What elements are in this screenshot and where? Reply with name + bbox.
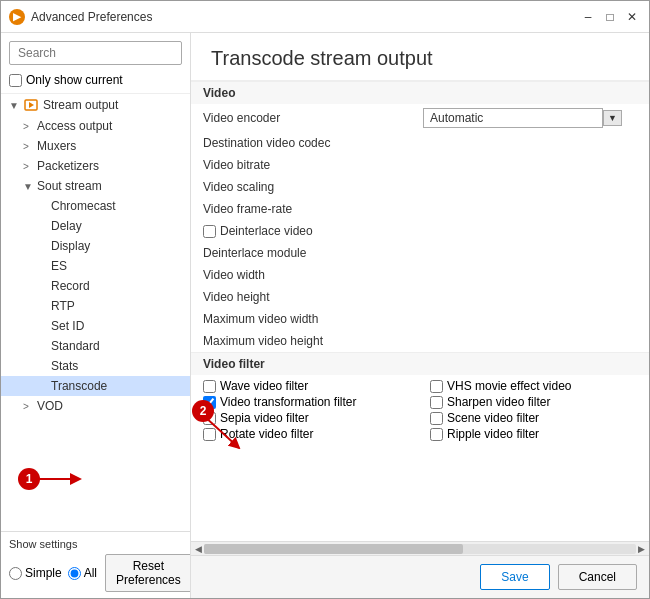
stats-label: Stats <box>51 359 78 373</box>
sidebar-item-vod[interactable]: > VOD <box>1 396 190 416</box>
section-video-filter-label: Video filter <box>191 353 649 376</box>
video-width-label: Video width <box>191 264 411 286</box>
scene-filter-checkbox[interactable] <box>430 412 443 425</box>
sidebar-item-muxers[interactable]: > Muxers <box>1 136 190 156</box>
radio-simple[interactable] <box>9 567 22 580</box>
close-button[interactable]: ✕ <box>623 8 641 26</box>
radio-simple-label[interactable]: Simple <box>9 566 62 580</box>
scroll-left-arrow[interactable]: ◀ <box>193 544 204 554</box>
reset-preferences-button[interactable]: Reset Preferences <box>105 554 191 592</box>
video-transformation-checkbox[interactable] <box>203 396 216 409</box>
main-content: Only show current ▼ Stream output <box>1 33 649 598</box>
arrow-icon: ▼ <box>9 100 23 111</box>
table-row: Destination video codec <box>191 132 649 154</box>
combo-arrow-icon[interactable]: ▼ <box>603 110 622 126</box>
sidebar-item-delay[interactable]: Delay <box>1 216 190 236</box>
sepia-filter-checkbox[interactable] <box>203 412 216 425</box>
table-row: Video width <box>191 264 649 286</box>
show-settings-row: Simple All Reset Preferences <box>9 554 182 592</box>
sidebar-item-set-id[interactable]: Set ID <box>1 316 190 336</box>
filter-rotate: Rotate video filter <box>203 427 410 441</box>
video-encoder-combo[interactable]: Automatic <box>423 108 603 128</box>
table-row: Video height <box>191 286 649 308</box>
sharpen-filter-checkbox[interactable] <box>430 396 443 409</box>
sidebar-item-record[interactable]: Record <box>1 276 190 296</box>
table-row: Video frame-rate <box>191 198 649 220</box>
scene-filter-label: Scene video filter <box>447 411 539 425</box>
maximize-button[interactable]: □ <box>601 8 619 26</box>
sidebar-item-sout-stream[interactable]: ▼ Sout stream <box>1 176 190 196</box>
video-encoder-combo-wrapper: Automatic ▼ <box>423 108 637 128</box>
deinterlace-video-checkbox[interactable] <box>203 225 216 238</box>
only-show-current-checkbox[interactable] <box>9 74 22 87</box>
sidebar-item-display[interactable]: Display <box>1 236 190 256</box>
search-input[interactable] <box>9 41 182 65</box>
vhs-filter-label: VHS movie effect video <box>447 379 572 393</box>
table-row: Deinterlace module <box>191 242 649 264</box>
set-id-label: Set ID <box>51 319 84 333</box>
sidebar-item-es[interactable]: ES <box>1 256 190 276</box>
video-encoder-control: Automatic ▼ <box>411 104 649 132</box>
radio-group: Simple All <box>9 566 97 580</box>
deinterlace-video-label: Deinterlace video <box>220 224 313 238</box>
video-transformation-label: Video transformation filter <box>220 395 357 409</box>
deinterlace-module-label: Deinterlace module <box>191 242 411 264</box>
record-label: Record <box>51 279 90 293</box>
only-show-current-label: Only show current <box>26 73 123 87</box>
wave-filter-checkbox[interactable] <box>203 380 216 393</box>
sidebar-item-access-output[interactable]: > Access output <box>1 116 190 136</box>
horizontal-scrollbar[interactable]: ◀ ▶ <box>191 541 649 555</box>
table-row: Maximum video width <box>191 308 649 330</box>
window-title: Advanced Preferences <box>31 10 152 24</box>
window: ▶ Advanced Preferences – □ ✕ Only show c… <box>0 0 650 599</box>
stream-output-icon <box>23 97 39 113</box>
sidebar-item-packetizers[interactable]: > Packetizers <box>1 156 190 176</box>
radio-all-label[interactable]: All <box>68 566 97 580</box>
stream-output-label: Stream output <box>43 98 118 112</box>
radio-all[interactable] <box>68 567 81 580</box>
sharpen-filter-label: Sharpen video filter <box>447 395 550 409</box>
rtp-label: RTP <box>51 299 75 313</box>
only-show-current-row: Only show current <box>9 73 182 87</box>
settings-table: Video Video encoder Automatic ▼ <box>191 81 649 375</box>
h-scroll-track <box>204 544 636 554</box>
sidebar-item-stats[interactable]: Stats <box>1 356 190 376</box>
rotate-filter-label: Rotate video filter <box>220 427 313 441</box>
vod-label: VOD <box>37 399 63 413</box>
video-scaling-label: Video scaling <box>191 176 411 198</box>
sidebar-item-rtp[interactable]: RTP <box>1 296 190 316</box>
filter-grid: Wave video filter VHS movie effect video… <box>191 375 649 445</box>
sidebar-item-chromecast[interactable]: Chromecast <box>1 196 190 216</box>
sidebar-item-transcode[interactable]: Transcode <box>1 376 190 396</box>
rotate-filter-checkbox[interactable] <box>203 428 216 441</box>
title-bar-controls: – □ ✕ <box>579 8 641 26</box>
filter-sharpen: Sharpen video filter <box>430 395 637 409</box>
sidebar-item-stream-output[interactable]: ▼ Stream output <box>1 94 190 116</box>
panel-body: Video Video encoder Automatic ▼ <box>191 81 649 541</box>
dest-video-codec-label: Destination video codec <box>191 132 411 154</box>
section-video: Video <box>191 82 649 105</box>
section-video-label: Video <box>191 82 649 105</box>
svg-marker-1 <box>29 102 34 108</box>
max-video-width-label: Maximum video width <box>191 308 411 330</box>
filter-sepia: Sepia video filter <box>203 411 410 425</box>
sidebar: Only show current ▼ Stream output <box>1 33 191 598</box>
video-height-label: Video height <box>191 286 411 308</box>
cancel-button[interactable]: Cancel <box>558 564 637 590</box>
show-settings-label: Show settings <box>9 538 182 550</box>
sidebar-item-standard[interactable]: Standard <box>1 336 190 356</box>
save-button[interactable]: Save <box>480 564 549 590</box>
h-scroll-thumb[interactable] <box>204 544 463 554</box>
chromecast-label: Chromecast <box>51 199 116 213</box>
table-row: Video scaling <box>191 176 649 198</box>
vhs-filter-checkbox[interactable] <box>430 380 443 393</box>
standard-label: Standard <box>51 339 100 353</box>
minimize-button[interactable]: – <box>579 8 597 26</box>
ripple-filter-label: Ripple video filter <box>447 427 539 441</box>
table-row: Deinterlace video <box>191 220 649 242</box>
arrow-icon: ▼ <box>23 181 37 192</box>
access-output-label: Access output <box>37 119 112 133</box>
scroll-right-arrow[interactable]: ▶ <box>636 544 647 554</box>
panel-title: Transcode stream output <box>191 33 649 81</box>
ripple-filter-checkbox[interactable] <box>430 428 443 441</box>
